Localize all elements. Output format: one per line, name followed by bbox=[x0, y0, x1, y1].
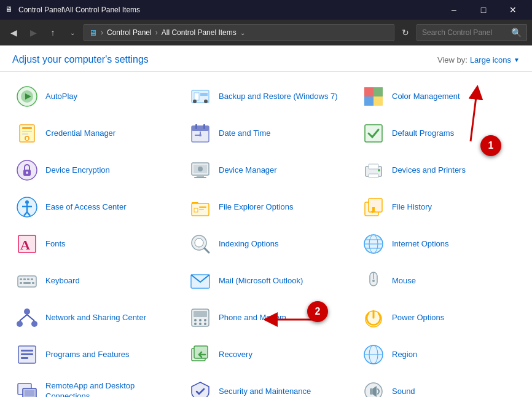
color-management-label: Color Management bbox=[392, 92, 460, 102]
sound-icon bbox=[361, 379, 386, 397]
devices-printers-label: Devices and Printers bbox=[392, 165, 466, 176]
close-button[interactable]: ✕ bbox=[499, 0, 527, 20]
device-manager-label: Device Manager bbox=[219, 165, 277, 176]
default-programs-label: Default Programs bbox=[392, 128, 454, 139]
mouse-icon bbox=[361, 269, 386, 293]
recent-button[interactable]: ⌄ bbox=[64, 24, 81, 41]
app-icon: 🖥 bbox=[5, 5, 15, 15]
svg-rect-65 bbox=[31, 278, 33, 280]
back-button[interactable]: ◀ bbox=[5, 24, 22, 41]
panel-item-phone-modem[interactable]: Phone and Modem bbox=[179, 299, 353, 336]
view-by-control[interactable]: View by: Large icons ▼ bbox=[437, 55, 520, 65]
credential-manager-icon bbox=[15, 121, 39, 146]
path-segment-2: All Control Panel Items bbox=[162, 28, 237, 37]
mouse-label: Mouse bbox=[392, 276, 416, 286]
mail-label: Mail (Microsoft Outlook) bbox=[219, 276, 303, 286]
fonts-icon: A bbox=[15, 232, 39, 256]
device-encryption-icon bbox=[15, 158, 39, 183]
path-segment-1: Control Panel bbox=[107, 28, 152, 37]
svg-point-83 bbox=[194, 323, 197, 325]
svg-rect-10 bbox=[374, 87, 383, 96]
svg-point-72 bbox=[372, 280, 375, 282]
device-manager-icon bbox=[188, 158, 213, 183]
annotation-circle-2: 2 bbox=[307, 301, 328, 322]
panel-item-sound[interactable]: Sound bbox=[353, 373, 526, 397]
panel-item-internet-options[interactable]: Internet Options bbox=[353, 226, 526, 262]
credential-manager-label: Credential Manager bbox=[45, 128, 115, 139]
panel-item-recovery[interactable]: Recovery bbox=[179, 336, 353, 373]
panel-item-device-encryption[interactable]: Device Encryption bbox=[6, 152, 179, 189]
panel-item-devices-printers[interactable]: Devices and Printers bbox=[353, 152, 526, 189]
remoteapp-label: RemoteApp and Desktop Connections bbox=[45, 381, 171, 397]
svg-rect-68 bbox=[32, 282, 34, 284]
panel-item-security-maintenance[interactable]: Security and Maintenance bbox=[179, 373, 353, 397]
backup-restore-icon bbox=[188, 84, 213, 109]
file-explorer-icon bbox=[188, 195, 213, 219]
svg-rect-36 bbox=[369, 164, 378, 169]
svg-rect-32 bbox=[194, 177, 206, 178]
panel-item-backup-restore[interactable]: Backup and Restore (Windows 7) bbox=[179, 78, 353, 115]
svg-rect-101 bbox=[370, 388, 373, 395]
search-icon[interactable]: 🔍 bbox=[511, 28, 522, 37]
panel-item-credential-manager[interactable]: Credential Manager bbox=[6, 115, 179, 152]
titlebar-title: Control Panel\All Control Panel Items bbox=[18, 6, 440, 14]
panel-item-mouse[interactable]: Mouse bbox=[353, 262, 526, 299]
panel-item-power-options[interactable]: Power Options bbox=[353, 299, 526, 336]
search-box[interactable]: Search Control Panel 🔍 bbox=[417, 24, 527, 41]
svg-line-55 bbox=[205, 248, 209, 253]
panel-item-file-explorer[interactable]: File Explorer Options bbox=[179, 189, 353, 226]
svg-point-25 bbox=[199, 134, 201, 136]
panel-item-region[interactable]: Region bbox=[353, 336, 526, 373]
panel-item-indexing[interactable]: Indexing Options bbox=[179, 226, 353, 262]
panel-item-autoplay[interactable]: AutoPlay bbox=[6, 78, 179, 115]
svg-rect-90 bbox=[21, 357, 28, 359]
sound-label: Sound bbox=[392, 387, 415, 397]
forward-button[interactable]: ▶ bbox=[25, 24, 42, 41]
view-by-label: View by: bbox=[437, 55, 467, 65]
panel-item-file-history[interactable]: File History bbox=[353, 189, 526, 226]
ease-of-access-label: Ease of Access Center bbox=[45, 202, 127, 213]
view-by-value[interactable]: Large icons bbox=[470, 55, 511, 65]
svg-point-81 bbox=[199, 319, 201, 321]
panel-item-device-manager[interactable]: Device Manager bbox=[179, 152, 353, 189]
phone-modem-label: Phone and Modem bbox=[219, 313, 286, 323]
svg-rect-37 bbox=[369, 174, 378, 178]
svg-rect-67 bbox=[23, 282, 31, 284]
autoplay-label: AutoPlay bbox=[45, 92, 77, 102]
address-path[interactable]: 🖥 › Control Panel › All Control Panel It… bbox=[84, 24, 394, 41]
programs-features-icon bbox=[15, 342, 39, 367]
svg-rect-21 bbox=[195, 124, 197, 129]
panel-item-mail[interactable]: Mail (Microsoft Outlook) bbox=[179, 262, 353, 299]
refresh-button[interactable]: ↻ bbox=[397, 24, 414, 41]
svg-point-82 bbox=[204, 319, 206, 321]
file-explorer-label: File Explorer Options bbox=[219, 202, 293, 213]
page-wrapper: 🖥 Control Panel\All Control Panel Items … bbox=[0, 0, 532, 397]
svg-rect-18 bbox=[26, 137, 28, 140]
panel-item-color-management[interactable]: Color Management bbox=[353, 78, 526, 115]
svg-rect-20 bbox=[192, 126, 209, 131]
panel-item-programs-features[interactable]: Programs and Features bbox=[6, 336, 179, 373]
panel-item-date-time[interactable]: Date and Time bbox=[179, 115, 353, 152]
maximize-button[interactable]: □ bbox=[469, 0, 498, 20]
mail-icon bbox=[188, 269, 213, 293]
device-encryption-label: Device Encryption bbox=[45, 165, 110, 176]
color-management-icon bbox=[361, 84, 386, 109]
view-by-arrow-icon[interactable]: ▼ bbox=[514, 57, 520, 63]
svg-rect-88 bbox=[21, 350, 33, 352]
programs-features-label: Programs and Features bbox=[45, 350, 130, 360]
devices-printers-icon bbox=[361, 158, 386, 183]
svg-line-77 bbox=[27, 315, 34, 321]
panel-item-fonts[interactable]: AFonts bbox=[6, 226, 179, 262]
minimize-button[interactable]: – bbox=[440, 0, 468, 20]
svg-point-6 bbox=[193, 100, 197, 103]
panel-item-network-sharing[interactable]: Network and Sharing Center bbox=[6, 299, 179, 336]
svg-rect-62 bbox=[20, 278, 22, 280]
internet-options-label: Internet Options bbox=[392, 239, 449, 250]
backup-restore-label: Backup and Restore (Windows 7) bbox=[219, 92, 338, 102]
panel-item-ease-of-access[interactable]: Ease of Access Center bbox=[6, 189, 179, 226]
svg-rect-48 bbox=[199, 209, 204, 210]
up-button[interactable]: ↑ bbox=[44, 24, 61, 41]
svg-rect-63 bbox=[23, 278, 26, 280]
panel-item-keyboard[interactable]: Keyboard bbox=[6, 262, 179, 299]
panel-item-remoteapp[interactable]: RemoteApp and Desktop Connections bbox=[6, 373, 179, 397]
